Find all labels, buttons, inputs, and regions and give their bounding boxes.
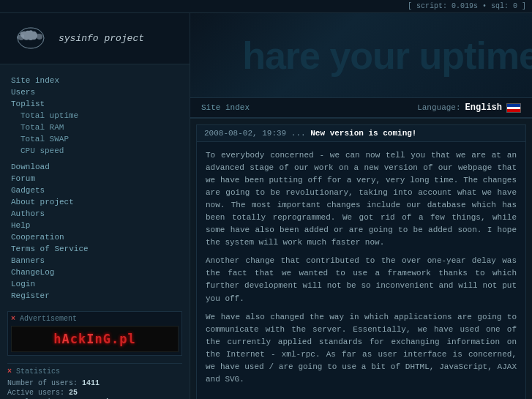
sidebar-item-toplist[interactable]: Toplist: [0, 98, 190, 110]
sidebar-item-about-project[interactable]: About project: [0, 196, 190, 208]
logo-area: sysinfo project: [0, 13, 190, 64]
news-header: 2008-08-02, 19:39 ... New version is com…: [197, 125, 525, 142]
advertisement-header: × Advertisement: [11, 315, 179, 323]
news-paragraph-1: To everybody concerned - we can now tell…: [206, 149, 517, 249]
stats-x-icon: ×: [7, 368, 12, 376]
sidebar-item-total-uptime[interactable]: Total uptime: [0, 110, 190, 122]
main-content: hare your uptime Site index Language: En…: [190, 13, 532, 399]
status-text: [ script: 0.019s • sql: 0 ]: [408, 2, 526, 10]
stat-active-users: Active users: 25: [7, 388, 182, 398]
sidebar-item-total-swap[interactable]: Total SWAP: [0, 133, 190, 145]
statistics-header: × Statistics: [7, 368, 182, 376]
logo-globe-icon: [11, 22, 51, 55]
news-date: 2008-08-02, 19:39 ...: [204, 129, 306, 138]
sidebar-item-login[interactable]: Login: [0, 278, 190, 290]
sidebar-item-cpu-speed[interactable]: CPU speed: [0, 145, 190, 157]
stat-users-label: Number of users:: [7, 379, 78, 387]
sidebar-item-help[interactable]: Help: [0, 220, 190, 231]
hero-banner: hare your uptime: [190, 13, 532, 97]
statistics-label: Statistics: [16, 368, 60, 376]
stat-active-label: Active users:: [7, 389, 64, 397]
news-paragraph-2: Another change that contributed to the o…: [206, 255, 517, 305]
news-paragraph-3: We have also changed the way in which ap…: [206, 311, 517, 386]
language-section: Language: English: [417, 102, 521, 113]
advertisement-label: Advertisement: [20, 315, 77, 323]
sidebar-item-download[interactable]: Download: [0, 161, 190, 173]
sidebar-item-authors[interactable]: Authors: [0, 208, 190, 220]
sidebar-item-users[interactable]: Users: [0, 86, 190, 98]
stat-users: Number of users: 1411: [7, 379, 182, 388]
content-area: 2008-08-02, 19:39 ... New version is com…: [190, 119, 532, 399]
news-title: New version is coming!: [310, 129, 416, 138]
stat-active-value: 25: [69, 389, 78, 397]
advertisement-box: × Advertisement hAckInG.pl: [7, 311, 182, 356]
language-english[interactable]: English: [465, 102, 502, 113]
content-nav-bar: Site index Language: English: [190, 97, 532, 119]
sidebar-nav: Site index Users Toplist Total uptime To…: [0, 64, 190, 307]
sidebar-item-gadgets[interactable]: Gadgets: [0, 184, 190, 196]
sidebar-item-register[interactable]: Register: [0, 290, 190, 302]
site-index-nav-link[interactable]: Site index: [201, 103, 250, 112]
sidebar-item-changelog[interactable]: ChangeLog: [0, 266, 190, 278]
stat-users-value: 1411: [82, 379, 100, 387]
hero-text: hare your uptime: [242, 34, 532, 78]
news-box: 2008-08-02, 19:39 ... New version is com…: [196, 124, 526, 399]
flag-icon[interactable]: [506, 103, 521, 113]
sidebar-item-forum[interactable]: Forum: [0, 173, 190, 184]
ad-x-icon: ×: [11, 315, 15, 323]
top-status-bar: [ script: 0.019s • sql: 0 ]: [0, 0, 532, 13]
sidebar-item-banners[interactable]: Banners: [0, 255, 190, 266]
main-layout: sysinfo project Site index Users Toplist…: [0, 13, 532, 399]
sidebar: sysinfo project Site index Users Toplist…: [0, 13, 190, 399]
sidebar-item-cooperation[interactable]: Cooperation: [0, 231, 190, 243]
sidebar-item-total-ram[interactable]: Total RAM: [0, 122, 190, 133]
statistics-box: × Statistics Number of users: 1411 Activ…: [7, 363, 182, 399]
news-body: To everybody concerned - we can now tell…: [197, 142, 525, 399]
language-label: Language:: [417, 103, 460, 112]
sidebar-item-site-index[interactable]: Site index: [0, 75, 190, 86]
sidebar-item-terms-of-service[interactable]: Terms of Service: [0, 243, 190, 255]
logo-text: sysinfo project: [59, 33, 144, 44]
ad-banner[interactable]: hAckInG.pl: [11, 326, 179, 352]
ad-text: hAckInG.pl: [53, 332, 135, 347]
